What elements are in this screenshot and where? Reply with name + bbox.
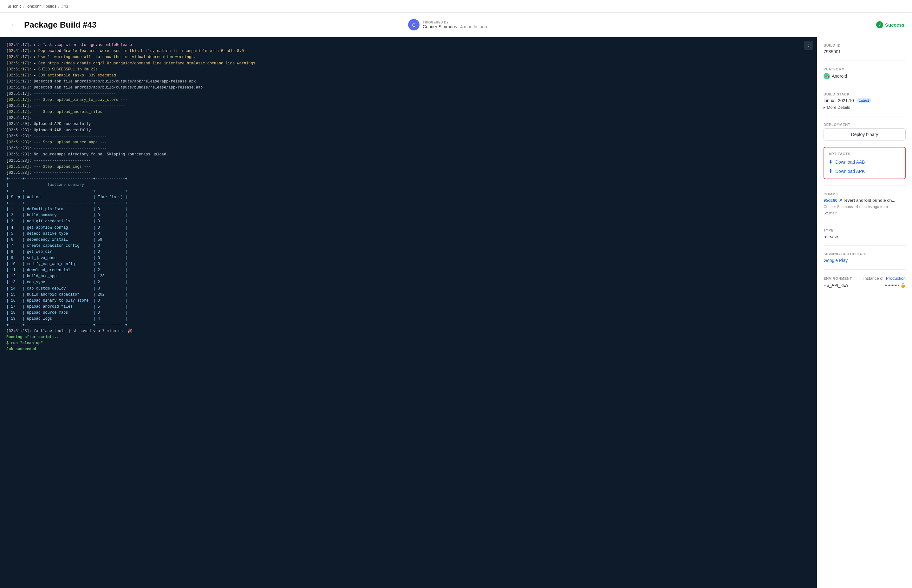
log-line: [02:51:23]: ----------------------------… (6, 134, 810, 139)
type-section: TYPE release (823, 228, 906, 239)
log-line: [02:51:23]: No .sourcemaps directory fou… (6, 152, 810, 158)
triggered-time: 4 months ago (460, 24, 487, 29)
commit-hash[interactable]: 95dc80 ↗ revert android bundle ch... (823, 198, 906, 203)
back-button[interactable]: ← (8, 20, 19, 30)
log-line: [02:51:17]: ----------------------------… (6, 91, 810, 97)
deployment-section: DEPLOYMENT Deploy binary (823, 123, 906, 141)
log-line: $ run "clean-up" (6, 340, 810, 346)
log-line: [02:51:17]: ▸ See https://docs.gradle.or… (6, 61, 810, 66)
commit-arrow-icon: ↗ (839, 198, 842, 203)
type-label: TYPE (823, 228, 906, 232)
log-line: | 11 | download_credential | 2 | (6, 267, 810, 273)
log-line: +------+------------------------------+-… (6, 176, 810, 182)
lock-icon: 🔒 (900, 283, 906, 288)
breadcrumb-ionic[interactable]: ionic (13, 4, 21, 8)
env-key-name: HS_API_KEY (823, 283, 849, 288)
build-id-label: BUILD ID (823, 44, 906, 47)
log-line: | 10 | modify_cap_web_config | 0 | (6, 261, 810, 267)
download-aab-icon: ⬇ (829, 159, 833, 165)
log-line: [02:51:28]: fastlane.tools just saved yo… (6, 328, 810, 334)
log-line: | 8 | get_web_dir | 0 | (6, 249, 810, 255)
commit-time: · 4 months ago from (854, 205, 888, 209)
artifacts-section: ARTIFACTS ⬇ Download AAB ⬇ Download APK (823, 147, 906, 179)
grid-icon: ⊞ (8, 4, 11, 8)
log-line: | 19 | upload_logs | 4 | (6, 316, 810, 322)
expand-button[interactable]: › (804, 41, 813, 50)
commit-branch: ⎇ main (823, 211, 906, 215)
log-line: [02:51:17]: --- Step: upload_binary_to_p… (6, 97, 810, 103)
success-icon: ✓ (876, 21, 883, 28)
log-line: [02:51:17]: ▸ > Task :capacitor-storage:… (6, 42, 810, 48)
log-line: | 12 | build_pro_app | 123 | (6, 273, 810, 279)
build-id-section: BUILD ID 7985901 (823, 44, 906, 54)
user-name: Conner Simmons (423, 24, 457, 29)
env-key-value: •••••••••• 🔒 (885, 283, 906, 288)
terminal-panel[interactable]: › [02:51:17]: ▸ > Task :capacitor-storag… (0, 37, 817, 588)
log-line: +------+------------------------------+-… (6, 322, 810, 328)
build-stack-row: Linux · 2021.10 Latest (823, 98, 906, 103)
log-line: | 1 | default_platform | 0 | (6, 207, 810, 213)
log-line: [02:51:17]: ----------------------------… (6, 103, 810, 109)
more-details-toggle[interactable]: ▸ More Details (823, 105, 906, 110)
log-line: | 14 | cap_custom_deploy | 0 | (6, 286, 810, 292)
breadcrumb-builds[interactable]: builds (46, 4, 56, 8)
environment-section: ENVIRONMENT Instance of Production HS_AP… (823, 276, 906, 288)
type-value: release (823, 234, 906, 239)
triggered-by-label: TRIGGERED BY (423, 21, 487, 24)
android-icon: 🤖 (823, 73, 830, 79)
breadcrumb: ⊞ ionic / ioniconf / builds / #43 (0, 0, 912, 13)
triggered-info: TRIGGERED BY Conner Simmons 4 months ago (423, 21, 487, 29)
log-line: | 16 | upload_binary_to_play_store | 0 | (6, 298, 810, 304)
download-aab-label: Download AAB (835, 160, 865, 165)
avatar: C (408, 19, 420, 31)
download-apk-link[interactable]: ⬇ Download APK (829, 168, 901, 174)
page-header: ← Package Build #43 C TRIGGERED BY Conne… (0, 13, 912, 37)
commit-author: Conner Simmons (823, 205, 853, 209)
log-line: +------+------------------------------+-… (6, 188, 810, 194)
log-line: [02:51:17]: ▸ Use '--warning-mode all' t… (6, 54, 810, 60)
log-line: [02:51:17]: Detected apk file android/ap… (6, 79, 810, 85)
build-id-value: 7985901 (823, 49, 906, 54)
download-apk-label: Download APK (835, 169, 865, 174)
log-line: | 7 | create_capacitor_config | 0 | (6, 243, 810, 249)
log-line: | 13 | cap_sync | 2 | (6, 279, 810, 286)
breadcrumb-ioniconf[interactable]: ioniconf (26, 4, 40, 8)
log-line: | 5 | detect_native_type | 0 | (6, 231, 810, 237)
log-line: Running after script... (6, 334, 810, 340)
main-content: › [02:51:17]: ▸ > Task :capacitor-storag… (0, 37, 912, 588)
commit-meta: Conner Simmons · 4 months ago from (823, 205, 906, 209)
page-title: Package Build #43 (24, 20, 403, 30)
sidebar: BUILD ID 7985901 PLATFORM 🤖 Android BUIL… (817, 37, 912, 588)
log-line: | 17 | upload_android_files | 5 | (6, 304, 810, 310)
build-stack-section: BUILD STACK Linux · 2021.10 Latest ▸ Mor… (823, 92, 906, 110)
terminal-lines: [02:51:17]: ▸ > Task :capacitor-storage:… (6, 42, 810, 353)
divider4 (823, 186, 906, 186)
log-line: | 4 | get_appflow_config | 0 | (6, 225, 810, 231)
build-stack-label: BUILD STACK (823, 92, 906, 96)
commit-label: COMMIT (823, 192, 906, 196)
signing-cert-section: SIGNING CERTIFICATE Google Play (823, 252, 906, 263)
triggered-by-name: Conner Simmons 4 months ago (423, 24, 487, 29)
breadcrumb-build-number[interactable]: #43 (61, 4, 68, 8)
log-line: [02:51:20]: Uploaded APK successfully. (6, 121, 810, 127)
env-key-row: HS_API_KEY •••••••••• 🔒 (823, 283, 906, 288)
deploy-button[interactable]: Deploy binary (823, 128, 906, 141)
log-line: [02:51:17]: ▸ 339 actionable tasks: 339 … (6, 73, 810, 79)
log-line: [02:51:17]: --- Step: upload_android_fil… (6, 109, 810, 115)
environment-label: ENVIRONMENT (823, 276, 852, 280)
google-play-link[interactable]: Google Play (823, 258, 906, 263)
instance-of-label: Instance of (864, 276, 884, 281)
download-aab-link[interactable]: ⬇ Download AAB (829, 159, 901, 165)
environment-header-row: ENVIRONMENT Instance of Production (823, 276, 906, 281)
deployment-label: DEPLOYMENT (823, 123, 906, 126)
branch-name: main (829, 211, 838, 215)
log-line: | 2 | build_summary | 0 | (6, 213, 810, 218)
commit-hash-value: 95dc80 (823, 198, 838, 203)
log-line: [02:51:23]: Uploaded AAB successfully. (6, 128, 810, 134)
divider3 (823, 116, 906, 116)
artifacts-label: ARTIFACTS (829, 152, 901, 156)
log-line: Job succeeded (6, 346, 810, 352)
log-line: +------+------------------------------+-… (6, 200, 810, 207)
environment-instance: Instance of Production (864, 276, 906, 281)
production-link[interactable]: Production (886, 276, 906, 281)
